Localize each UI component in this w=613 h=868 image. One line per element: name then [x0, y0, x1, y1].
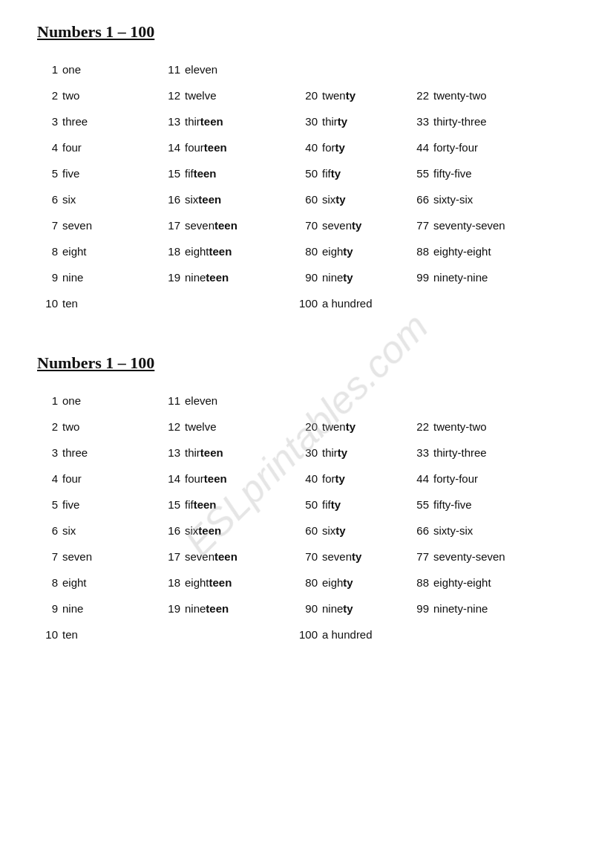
- entry-s1-r1-c3: [297, 56, 408, 82]
- entry-s2-r7-c3: 70seventy: [297, 544, 408, 570]
- number: 33: [408, 114, 429, 129]
- entry-s2-r5-c3: 50fifty: [297, 492, 408, 518]
- word: twenty-two: [433, 89, 487, 102]
- entry-s2-r7-c4: 77seventy-seven: [408, 544, 549, 570]
- number: 3: [37, 445, 58, 460]
- number: 10: [37, 296, 58, 311]
- number: 99: [408, 270, 429, 285]
- word-bold: ty: [335, 193, 345, 206]
- word-plain: six: [322, 193, 335, 206]
- entry-s2-r3-c1: 3three: [37, 440, 160, 466]
- number: 11: [160, 62, 180, 77]
- word-plain: four: [185, 472, 204, 485]
- word-bold: ty: [343, 602, 353, 615]
- entry-s1-r1-c4: [408, 56, 549, 82]
- number: 2: [37, 419, 58, 434]
- number: 33: [408, 445, 429, 460]
- number: 40: [297, 471, 318, 486]
- word-bold: ty: [335, 524, 345, 537]
- entry-s1-r9-c4: 99ninety-nine: [408, 264, 549, 290]
- entry-s2-r4-c2: 14fourteen: [160, 466, 297, 492]
- number: 19: [160, 601, 180, 616]
- number: 17: [160, 218, 180, 233]
- word-plain: nine: [185, 271, 206, 284]
- entry-s1-r7-c3: 70seventy: [297, 212, 408, 238]
- word-plain: fif: [185, 167, 194, 180]
- number: 14: [160, 140, 180, 155]
- entry-s2-r6-c1: 6six: [37, 518, 160, 544]
- number: 2: [37, 88, 58, 103]
- word-bold: teen: [198, 524, 221, 537]
- entry-s2-r3-c2: 13thirteen: [160, 440, 297, 466]
- word: six: [62, 524, 76, 537]
- word: sixty-six: [433, 524, 473, 537]
- word: twelve: [185, 89, 217, 102]
- word-plain: fif: [322, 167, 331, 180]
- number: 13: [160, 114, 180, 129]
- entry-s1-r9-c3: 90ninety: [297, 264, 408, 290]
- entry-s2-r8-c3: 80eighty: [297, 570, 408, 595]
- entry-s1-r3-c4: 33thirty-three: [408, 108, 549, 134]
- number: 70: [297, 549, 318, 564]
- number: 19: [160, 270, 180, 285]
- number: 15: [160, 497, 180, 512]
- word-plain: seven: [185, 219, 214, 232]
- word-plain: eigh: [322, 576, 343, 589]
- word-plain: seven: [322, 219, 352, 232]
- word: fifty-five: [433, 498, 472, 511]
- entry-s2-r3-c4: 33thirty-three: [408, 440, 549, 466]
- entry-s1-r7-c4: 77seventy-seven: [408, 212, 549, 238]
- entry-s1-r6-c4: 66sixty-six: [408, 186, 549, 212]
- number: 20: [297, 419, 318, 434]
- entry-s1-r4-c4: 44forty-four: [408, 134, 549, 160]
- number: 5: [37, 497, 58, 512]
- entry-s2-r7-c1: 7seven: [37, 544, 160, 570]
- word-bold: ty: [343, 576, 353, 589]
- entry-s2-r1-c1: 1one: [37, 388, 160, 414]
- number: 44: [408, 471, 429, 486]
- word-plain: nine: [322, 602, 343, 615]
- word-plain: six: [185, 193, 198, 206]
- word-bold: ty: [346, 420, 355, 433]
- word-plain: for: [322, 141, 335, 154]
- word-bold: teen: [209, 576, 232, 589]
- entry-s1-r1-c2: 11eleven: [160, 56, 297, 82]
- number: 15: [160, 166, 180, 181]
- entry-s2-r9-c3: 90ninety: [297, 595, 408, 621]
- word: two: [62, 89, 79, 102]
- number: 18: [160, 575, 180, 590]
- entry-s2-r5-c1: 5five: [37, 492, 160, 518]
- number: 80: [297, 244, 318, 259]
- entry-s1-r5-c4: 55fifty-five: [408, 160, 549, 186]
- word: ninety-nine: [433, 602, 488, 615]
- word: a hundred: [322, 297, 373, 310]
- entry-s1-r8-c3: 80eighty: [297, 238, 408, 264]
- entry-s2-r5-c2: 15fifteen: [160, 492, 297, 518]
- word: five: [62, 167, 79, 180]
- word-plain: thir: [185, 115, 200, 128]
- entry-s2-r9-c2: 19nineteen: [160, 595, 297, 621]
- word: three: [62, 446, 88, 459]
- word: eighty-eight: [433, 576, 491, 589]
- entry-s2-r7-c2: 17seventeen: [160, 544, 297, 570]
- word: ninety-nine: [433, 271, 488, 284]
- word-plain: twen: [322, 420, 346, 433]
- number: 55: [408, 166, 429, 181]
- entry-s1-r9-c1: 9nine: [37, 264, 160, 290]
- entry-s1-r1-c1: 1one: [37, 56, 160, 82]
- entry-s2-r2-c3: 20twenty: [297, 414, 408, 440]
- word-bold: teen: [204, 472, 227, 485]
- word-bold: ty: [346, 89, 355, 102]
- number: 30: [297, 114, 318, 129]
- number: 50: [297, 166, 318, 181]
- word-plain: eight: [185, 245, 209, 258]
- word: forty-four: [433, 141, 478, 154]
- number: 88: [408, 244, 429, 259]
- word: two: [62, 420, 79, 433]
- word-bold: teen: [198, 193, 221, 206]
- word-plain: twen: [322, 89, 346, 102]
- word-bold: teen: [206, 602, 229, 615]
- word-plain: seven: [322, 550, 352, 563]
- number: 9: [37, 601, 58, 616]
- number: 4: [37, 140, 58, 155]
